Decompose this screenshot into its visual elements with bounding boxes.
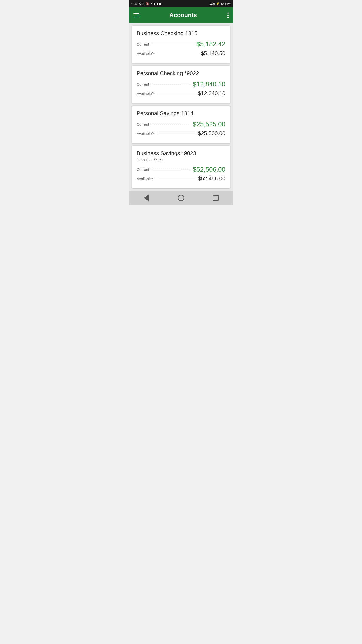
account-name-3: Personal Savings 1314 [137,110,225,117]
current-amount-1: $5,182.42 [196,40,225,48]
page-title: Accounts [169,12,197,19]
bluetooth-icon: ⌘ [138,2,141,5]
bottom-navigation [129,191,233,205]
current-label-3: Current [137,122,149,126]
available-amount-2: $12,340.10 [198,90,225,97]
hamburger-line-1 [133,13,139,14]
accounts-list: Business Checking 1315 Current $5,182.42… [129,23,233,191]
account-name-2: Personal Checking *9022 [137,70,225,77]
available-balance-row-4: Available** $52,456.00 [137,175,225,182]
account-name-4: Business Savings *9023 [137,150,225,157]
current-balance-row-4: Current $52,506.00 [137,166,225,173]
available-balance-row-2: Available** $12,340.10 [137,90,225,97]
more-dot-3 [227,17,229,18]
signal-icon: ▮▮▮ [157,2,162,5]
account-card-2[interactable]: Personal Checking *9022 Current $12,840.… [132,66,230,103]
more-dot-1 [227,12,229,14]
back-icon [144,194,149,202]
mute-icon: 🔇 [146,2,149,5]
dotted-line-current-2 [152,84,191,84]
dotted-line-available-2 [158,93,196,93]
dotted-line-available-1 [158,53,199,53]
available-amount-1: $5,140.50 [201,50,225,57]
nfc-icon: N [142,2,144,5]
status-bar-left: ⋯ ⚠ ⌘ N 🔇 ∿ ▶ ▮▮▮ [131,2,162,5]
current-label-4: Current [137,167,149,172]
current-balance-row-2: Current $12,840.10 [137,80,225,88]
current-amount-3: $25,525.00 [193,120,225,128]
available-label-2: Available** [137,91,155,96]
available-label-4: Available** [137,177,155,181]
current-amount-4: $52,506.00 [193,166,225,173]
current-label-2: Current [137,82,149,86]
menu-button[interactable] [133,13,139,17]
battery-icon: ⚡ [216,2,220,5]
dotted-line-current-4 [152,169,191,169]
available-amount-4: $52,456.00 [198,175,225,182]
back-button[interactable] [141,193,151,203]
battery-percentage: 92% [210,2,215,5]
dotted-line-current-3 [152,124,191,124]
current-label-1: Current [137,42,149,46]
hamburger-line-2 [133,15,139,16]
sync-icon: ▶ [154,2,156,5]
available-balance-row-3: Available** $25,500.00 [137,130,225,137]
dotted-line-current-1 [152,44,195,44]
time-display: 5:45 PM [221,2,231,5]
available-label-3: Available** [137,131,155,136]
dotted-line-available-4 [158,178,196,178]
wifi-icon: ∿ [150,2,153,5]
hamburger-line-3 [133,17,139,17]
more-options-button[interactable] [227,12,229,18]
current-balance-row-1: Current $5,182.42 [137,40,225,48]
dotted-line-available-3 [158,133,196,133]
current-amount-2: $12,840.10 [193,80,225,88]
home-icon [178,195,184,201]
recents-button[interactable] [211,193,221,203]
more-dot-2 [227,15,229,16]
recents-icon [213,195,219,201]
account-name-1: Business Checking 1315 [137,30,225,37]
account-card-1[interactable]: Business Checking 1315 Current $5,182.42… [132,26,230,63]
available-label-1: Available** [137,51,155,56]
account-card-4[interactable]: Business Savings *9023 John Doe *7263 Cu… [132,146,230,188]
available-balance-row-1: Available** $5,140.50 [137,50,225,57]
status-bar: ⋯ ⚠ ⌘ N 🔇 ∿ ▶ ▮▮▮ 92% ⚡ 5:45 PM [129,0,233,7]
current-balance-row-3: Current $25,525.00 [137,120,225,128]
app-header: Accounts [129,7,233,23]
status-bar-right: 92% ⚡ 5:45 PM [210,2,231,5]
notification-icons: ⋯ ⚠ [131,2,137,5]
home-button[interactable] [176,193,186,203]
available-amount-3: $25,500.00 [198,130,225,137]
account-card-3[interactable]: Personal Savings 1314 Current $25,525.00… [132,106,230,143]
account-sub-name-4: John Doe *7263 [137,158,225,162]
